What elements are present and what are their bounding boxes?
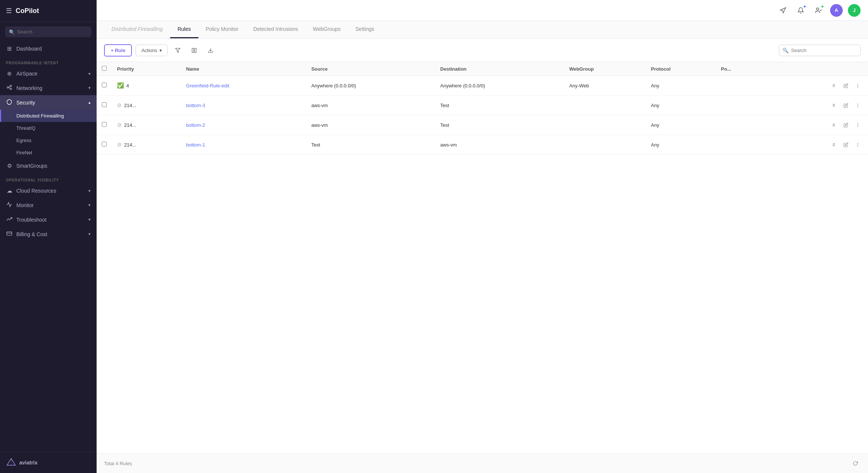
row-priority: ⊘ 214... xyxy=(112,96,181,115)
row-checkbox-cell xyxy=(97,115,112,135)
row-protocol: Any xyxy=(646,96,716,115)
svg-point-10 xyxy=(816,8,819,10)
monitor-icon xyxy=(6,202,13,209)
topbar: A J xyxy=(97,0,868,21)
row-priority: ⊘ 214... xyxy=(112,135,181,155)
row-checkbox[interactable] xyxy=(102,122,107,127)
tab-detected-intrusions[interactable]: Detected Intrusions xyxy=(246,21,305,38)
svg-rect-12 xyxy=(192,48,193,52)
edit-button[interactable] xyxy=(841,139,851,150)
sidebar-item-firenet[interactable]: FireNet xyxy=(0,147,97,159)
sidebar-item-monitor[interactable]: Monitor ▾ xyxy=(0,198,97,212)
more-button[interactable] xyxy=(852,100,863,110)
avatar-a[interactable]: A xyxy=(830,4,843,17)
tab-rules[interactable]: Rules xyxy=(170,21,198,38)
user-badge xyxy=(821,5,824,8)
chevron-down-icon: ▾ xyxy=(88,86,91,90)
edit-button[interactable] xyxy=(841,120,851,130)
notifications-button[interactable] xyxy=(794,4,807,17)
sidebar-item-label: Dashboard xyxy=(16,46,91,52)
sidebar-item-billing[interactable]: Billing & Cost ▾ xyxy=(0,227,97,241)
row-protocol: Any xyxy=(646,115,716,135)
row-checkbox[interactable] xyxy=(102,142,107,147)
move-button[interactable] xyxy=(829,120,839,130)
status-ok-icon: ✅ xyxy=(117,82,124,89)
svg-point-24 xyxy=(857,143,858,144)
table-body: ✅ 4 Greenfield-Rule-edit Anywhere (0.0.0… xyxy=(97,76,868,155)
tab-settings[interactable]: Settings xyxy=(348,21,382,38)
sidebar-item-troubleshoot[interactable]: Troubleshoot ▾ xyxy=(0,212,97,227)
columns-button[interactable] xyxy=(188,44,200,57)
security-icon xyxy=(6,99,13,106)
aviatrix-logo: aviatrix xyxy=(6,457,38,468)
edit-button[interactable] xyxy=(841,80,851,91)
sidebar-item-security[interactable]: Security ▴ xyxy=(0,95,97,110)
chevron-down-icon: ▾ xyxy=(88,71,91,76)
row-name: bottom-2 xyxy=(181,115,306,135)
rules-table: Priority Name Source Destination WebGrou… xyxy=(97,62,868,155)
svg-point-1 xyxy=(10,85,12,87)
rule-name-link[interactable]: Greenfield-Rule-edit xyxy=(186,83,229,89)
search-input[interactable] xyxy=(779,45,861,56)
filter-button[interactable] xyxy=(171,44,184,57)
more-button[interactable] xyxy=(852,139,863,150)
sidebar-item-cloud-resources[interactable]: ☁ Cloud Resources ▾ xyxy=(0,184,97,198)
add-rule-button[interactable]: + Rule xyxy=(104,44,132,57)
row-webgroup xyxy=(564,115,646,135)
edit-button[interactable] xyxy=(841,100,851,110)
tab-webgroups[interactable]: WebGroups xyxy=(305,21,348,38)
refresh-button[interactable] xyxy=(850,458,861,469)
avatar-j[interactable]: J xyxy=(848,4,861,17)
sidebar-item-airspace[interactable]: ⊕ AirSpace ▾ xyxy=(0,67,97,81)
sidebar-item-threatiq[interactable]: ThreatIQ xyxy=(0,122,97,134)
sidebar-item-egress[interactable]: Egress xyxy=(0,134,97,147)
actions-button[interactable]: Actions ▾ xyxy=(136,45,168,56)
svg-point-26 xyxy=(857,146,858,146)
aviatrix-label: aviatrix xyxy=(19,460,38,466)
user-check-button[interactable] xyxy=(812,4,825,17)
cloud-icon: ☁ xyxy=(6,187,13,194)
more-button[interactable] xyxy=(852,80,863,91)
sub-item-label: FireNet xyxy=(16,150,32,155)
row-port xyxy=(716,115,764,135)
notification-badge xyxy=(803,5,806,8)
tab-policy-monitor[interactable]: Policy Monitor xyxy=(198,21,246,38)
row-destination: Anywhere (0.0.0.0/0) xyxy=(435,76,564,96)
row-source: Anywhere (0.0.0.0/0) xyxy=(306,76,435,96)
svg-rect-13 xyxy=(194,48,196,52)
more-button[interactable] xyxy=(852,120,863,130)
rule-name-link[interactable]: bottom-3 xyxy=(186,103,205,108)
download-button[interactable] xyxy=(204,44,217,57)
move-button[interactable] xyxy=(829,139,839,150)
chevron-down-icon: ▾ xyxy=(88,189,91,193)
table-footer: Total 4 Rules xyxy=(97,453,868,473)
col-actions xyxy=(764,62,868,76)
col-priority: Priority xyxy=(112,62,181,76)
megaphone-button[interactable] xyxy=(777,4,789,17)
row-webgroup xyxy=(564,96,646,115)
select-all-checkbox[interactable] xyxy=(102,66,107,71)
svg-point-17 xyxy=(857,87,858,87)
sidebar-search-container: 🔍 xyxy=(5,26,91,37)
sidebar-item-smartgroups[interactable]: ⚙ SmartGroups xyxy=(0,159,97,173)
move-button[interactable] xyxy=(829,80,839,91)
col-port: Po... xyxy=(716,62,764,76)
sidebar-item-distributed-firewalling[interactable]: Distributed Firewalling xyxy=(0,110,97,122)
chevron-down-icon: ▾ xyxy=(88,203,91,207)
row-checkbox[interactable] xyxy=(102,83,107,87)
rule-name-link[interactable]: bottom-2 xyxy=(186,122,205,128)
sidebar-search-input[interactable] xyxy=(5,26,91,37)
sidebar-item-dashboard[interactable]: ⊞ Dashboard xyxy=(0,42,97,56)
move-button[interactable] xyxy=(829,100,839,110)
sidebar-item-networking[interactable]: Networking ▾ xyxy=(0,81,97,95)
row-port xyxy=(716,96,764,115)
menu-icon[interactable]: ☰ xyxy=(6,7,12,15)
sidebar-footer: aviatrix xyxy=(0,452,97,473)
sub-item-label: Egress xyxy=(16,138,31,143)
row-priority: ⊘ 214... xyxy=(112,115,181,135)
row-actions-cell xyxy=(764,115,868,135)
row-checkbox[interactable] xyxy=(102,102,107,107)
tab-distributed-firewalling[interactable]: Distributed Firewalling xyxy=(104,21,170,38)
main-content: A J Distributed Firewalling Rules Policy… xyxy=(97,0,868,473)
rule-name-link[interactable]: bottom-1 xyxy=(186,142,205,148)
